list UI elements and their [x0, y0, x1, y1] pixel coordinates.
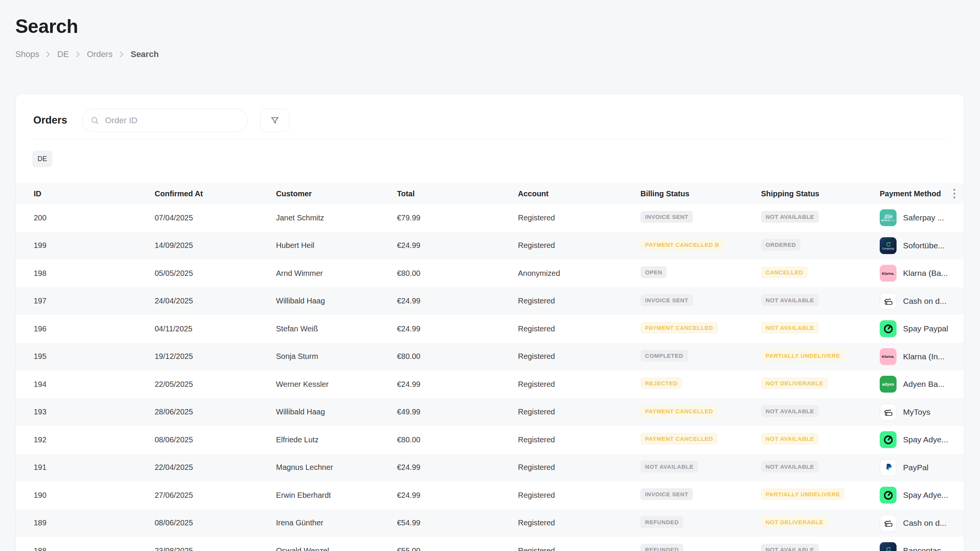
- filter-button[interactable]: [260, 109, 289, 132]
- computop-icon: Computop: [880, 542, 897, 551]
- cash-on-delivery-icon: [880, 293, 897, 310]
- cell-customer: Willibald Haag: [276, 408, 397, 416]
- cell-customer: Janet Schmitz: [276, 214, 397, 222]
- table-row[interactable]: 190 27/06/2025 Erwin Eberhardt €24.99 Re…: [16, 481, 964, 509]
- column-header-confirmed-at[interactable]: Confirmed At: [155, 189, 276, 198]
- cell-total: €24.99: [397, 297, 518, 305]
- column-header-account[interactable]: Account: [518, 189, 640, 198]
- payment-method-label: Saferpay ...: [903, 213, 944, 222]
- cell-id: 198: [34, 269, 155, 278]
- cell-account: Registered: [518, 435, 640, 444]
- cell-total: €80.00: [397, 269, 518, 278]
- column-header-payment-method[interactable]: Payment Method: [880, 189, 958, 198]
- column-header-billing-status[interactable]: Billing Status: [640, 189, 761, 198]
- cell-account: Registered: [518, 380, 640, 389]
- cell-total: €80.00: [397, 352, 518, 361]
- cell-shipping-status: NOT AVAILABLE: [761, 544, 880, 551]
- cell-confirmed-at: 22/04/2025: [155, 463, 276, 472]
- cell-total: €24.99: [397, 241, 518, 250]
- cell-customer: Arnd Wimmer: [276, 269, 397, 278]
- table-row[interactable]: 189 08/06/2025 Irena Günther €54.99 Regi…: [16, 509, 964, 537]
- search-icon: [91, 116, 99, 125]
- cell-payment-method: adyen Adyen Ba...: [880, 376, 958, 393]
- payment-method-label: Spay Paypal: [903, 324, 948, 333]
- orders-panel: Orders DE IDConfirmed AtCustomerTotalAcc…: [15, 94, 964, 551]
- cell-billing-status: INVOICE SENT: [640, 488, 761, 502]
- cell-total: €24.99: [397, 463, 518, 472]
- cell-payment-method: Spay Adye...: [880, 431, 958, 448]
- payment-method-label: MyToys: [903, 408, 930, 417]
- order-id-search-input[interactable]: [105, 115, 239, 126]
- table-body: 200 07/04/2025 Janet Schmitz €79.99 Regi…: [16, 204, 964, 551]
- payment-method-label: Bancontac...: [903, 546, 948, 551]
- cell-total: €54.99: [397, 518, 518, 527]
- cell-billing-status: INVOICE SENT: [640, 211, 761, 225]
- table-row[interactable]: 197 24/04/2025 Willibald Haag €24.99 Reg…: [16, 287, 964, 315]
- table-row[interactable]: 198 05/05/2025 Arnd Wimmer €80.00 Anonym…: [16, 259, 964, 287]
- adyen-icon: adyen: [880, 376, 897, 393]
- cell-total: €24.99: [397, 491, 518, 500]
- table-row[interactable]: 194 22/05/2025 Werner Kessler €24.99 Reg…: [16, 370, 964, 398]
- cell-id: 191: [34, 463, 155, 472]
- cell-shipping-status: NOT DELIVERABLE: [761, 377, 880, 391]
- column-header-customer[interactable]: Customer: [276, 189, 397, 198]
- cell-confirmed-at: 22/05/2025: [155, 380, 276, 389]
- cell-billing-status: NOT AVAILABLE: [640, 461, 761, 474]
- cash-on-delivery-icon: [880, 404, 897, 421]
- payment-method-label: Adyen Ba...: [903, 380, 945, 389]
- payment-method-label: Cash on d...: [903, 297, 946, 306]
- shipping-status-badge: NOT DELIVERABLE: [761, 377, 828, 389]
- payment-method-label: Sofortübe...: [903, 241, 945, 250]
- column-header-total[interactable]: Total: [397, 189, 518, 198]
- cell-payment-method: Computop Bancontac...: [880, 542, 958, 551]
- cell-confirmed-at: 14/09/2025: [155, 241, 276, 250]
- order-search-box[interactable]: [82, 109, 248, 132]
- table-row[interactable]: 196 04/11/2025 Stefan Weiß €24.99 Regist…: [16, 315, 964, 343]
- column-header-id[interactable]: ID: [34, 189, 155, 198]
- cell-shipping-status: NOT AVAILABLE: [761, 322, 880, 336]
- cell-account: Registered: [518, 408, 640, 416]
- cell-customer: Elfriede Lutz: [276, 435, 397, 444]
- cell-account: Registered: [518, 491, 640, 500]
- table-row[interactable]: 200 07/04/2025 Janet Schmitz €79.99 Regi…: [16, 204, 964, 232]
- chevron-right-icon: [46, 51, 50, 58]
- table-header-row: IDConfirmed AtCustomerTotalAccountBillin…: [16, 183, 964, 204]
- payment-method-label: PayPal: [903, 463, 929, 472]
- chevron-right-icon: [76, 51, 80, 58]
- spay-icon: [880, 487, 897, 504]
- cell-account: Registered: [518, 241, 640, 250]
- column-header-shipping-status[interactable]: Shipping Status: [761, 189, 880, 198]
- cell-id: 200: [34, 214, 155, 222]
- cell-id: 197: [34, 297, 155, 305]
- cell-shipping-status: CANCELLED: [761, 266, 880, 280]
- cell-confirmed-at: 05/05/2025: [155, 269, 276, 278]
- breadcrumb-item-shops[interactable]: Shops: [15, 49, 39, 59]
- table-row[interactable]: 192 08/06/2025 Elfriede Lutz €80.00 Regi…: [16, 426, 964, 454]
- table-row[interactable]: 193 28/06/2025 Willibald Haag €49.99 Reg…: [16, 398, 964, 426]
- table-row[interactable]: 195 19/12/2025 Sonja Sturm €80.00 Regist…: [16, 343, 964, 371]
- klarna-icon: Klarna.: [880, 265, 897, 282]
- breadcrumb-item-orders[interactable]: Orders: [87, 49, 113, 59]
- breadcrumb-item-de[interactable]: DE: [57, 49, 69, 59]
- page-header: Search Shops DE Orders Search: [0, 0, 980, 59]
- column-settings-button[interactable]: [950, 187, 959, 201]
- shipping-status-badge: PARTIALLY UNDELIVERE: [761, 488, 844, 500]
- cell-customer: Willibald Haag: [276, 297, 397, 305]
- cell-billing-status: PAYMENT CANCELLED: [640, 405, 761, 419]
- table-row[interactable]: 191 22/04/2025 Magnus Lechner €24.99 Reg…: [16, 454, 964, 482]
- cell-shipping-status: NOT AVAILABLE: [761, 433, 880, 447]
- cell-shipping-status: NOT DELIVERABLE: [761, 516, 880, 530]
- shipping-status-badge: NOT AVAILABLE: [761, 405, 819, 417]
- cell-billing-status: PAYMENT CANCELLED: [640, 433, 761, 447]
- table-row[interactable]: 199 14/09/2025 Hubert Heil €24.99 Regist…: [16, 232, 964, 260]
- shipping-status-badge: PARTIALLY UNDELIVERE: [761, 350, 844, 362]
- shop-tag-de[interactable]: DE: [32, 151, 52, 167]
- cell-confirmed-at: 08/06/2025: [155, 518, 276, 527]
- shipping-status-badge: NOT AVAILABLE: [761, 433, 819, 445]
- table-row[interactable]: 188 23/08/2025 Oswald Wenzel €55.00 Regi…: [16, 537, 964, 551]
- cell-shipping-status: ORDERED: [761, 239, 880, 253]
- cell-payment-method: Computop Sofortübe...: [880, 237, 958, 254]
- cell-id: 192: [34, 435, 155, 444]
- cell-customer: Oswald Wenzel: [276, 546, 397, 551]
- shipping-status-badge: CANCELLED: [761, 266, 808, 278]
